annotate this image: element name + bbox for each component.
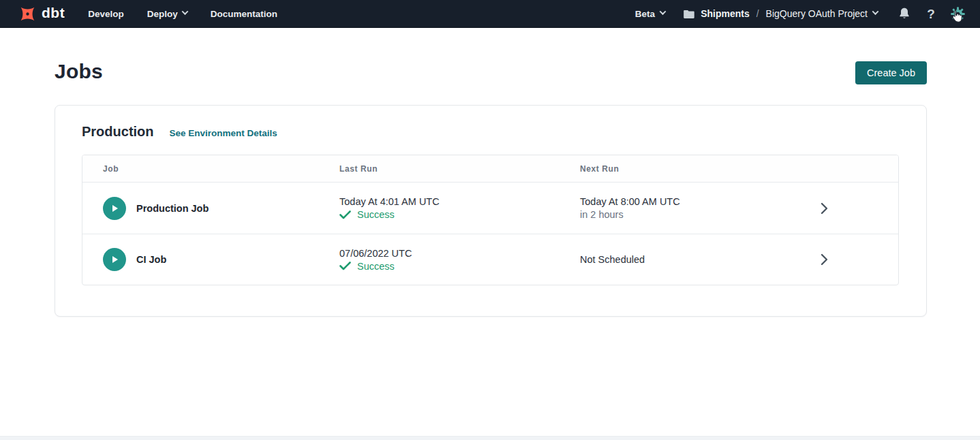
- nav-item-develop[interactable]: Develop: [88, 9, 124, 19]
- next-run-note: in 2 hours: [580, 209, 750, 220]
- environment-name: Production: [82, 124, 154, 140]
- notifications-bell-icon[interactable]: [897, 6, 912, 21]
- job-name: CI Job: [136, 254, 166, 265]
- job-name: Production Job: [136, 203, 209, 214]
- see-environment-details-link[interactable]: See Environment Details: [170, 128, 277, 138]
- environment-card-header: Production See Environment Details: [82, 124, 899, 140]
- jobs-table-header-row: Job Last Run Next Run: [82, 155, 898, 183]
- table-row-ci-job[interactable]: CI Job 07/06/2022 UTC Success Not Schedu…: [82, 234, 898, 285]
- status-badge: Success: [357, 261, 395, 272]
- breadcrumb-environment: BigQuery OAuth Project: [766, 8, 868, 19]
- chevron-down-icon: [660, 8, 667, 15]
- chevron-right-icon[interactable]: [821, 253, 828, 266]
- dbt-logo-icon: [18, 4, 37, 24]
- chevron-down-icon: [181, 8, 188, 15]
- folder-icon: [683, 9, 695, 19]
- primary-nav: Develop Deploy Documentation: [88, 9, 277, 19]
- breadcrumb-project: Shipments: [701, 8, 750, 19]
- last-run-time: 07/06/2022 UTC: [339, 248, 580, 259]
- column-header-job: Job: [82, 164, 339, 174]
- next-run-time: Not Scheduled: [580, 254, 750, 265]
- success-check-icon: [339, 262, 351, 270]
- status-badge: Success: [357, 209, 395, 220]
- last-run-time: Today At 4:01 AM UTC: [339, 196, 580, 207]
- column-header-last-run: Last Run: [339, 164, 580, 174]
- beta-selector[interactable]: Beta: [635, 9, 665, 19]
- play-icon: [110, 255, 119, 264]
- success-check-icon: [339, 210, 351, 219]
- page-title: Jobs: [55, 60, 103, 83]
- top-navigation-bar: dbt Develop Deploy Documentation Beta Sh…: [0, 0, 980, 28]
- run-job-play-button[interactable]: [103, 248, 126, 271]
- create-job-button[interactable]: Create Job: [855, 61, 927, 84]
- next-run-time: Today At 8:00 AM UTC: [580, 196, 750, 207]
- play-icon: [110, 204, 119, 213]
- help-icon[interactable]: ?: [923, 6, 938, 21]
- nav-icon-cluster: ?: [897, 6, 965, 21]
- breadcrumb-separator: /: [756, 8, 759, 19]
- bottom-edge-strip: [0, 436, 980, 440]
- settings-gear-icon[interactable]: [950, 6, 965, 21]
- chevron-right-icon[interactable]: [821, 202, 828, 215]
- jobs-table: Job Last Run Next Run Production Job Tod…: [82, 155, 899, 285]
- column-header-next-run: Next Run: [580, 164, 750, 174]
- environment-card: Production See Environment Details Job L…: [55, 105, 927, 317]
- nav-item-documentation[interactable]: Documentation: [211, 9, 277, 19]
- dbt-logo[interactable]: dbt: [18, 4, 65, 24]
- table-row-production-job[interactable]: Production Job Today At 4:01 AM UTC Succ…: [82, 183, 898, 234]
- chevron-down-icon: [872, 8, 879, 15]
- nav-right-cluster: Beta Shipments / BigQuery OAuth Project …: [635, 6, 965, 21]
- nav-item-deploy[interactable]: Deploy: [147, 9, 187, 19]
- dbt-wordmark: dbt: [42, 5, 65, 22]
- project-breadcrumb[interactable]: Shipments / BigQuery OAuth Project: [683, 8, 878, 19]
- page-header: Jobs Create Job: [0, 28, 980, 84]
- run-job-play-button[interactable]: [103, 197, 126, 220]
